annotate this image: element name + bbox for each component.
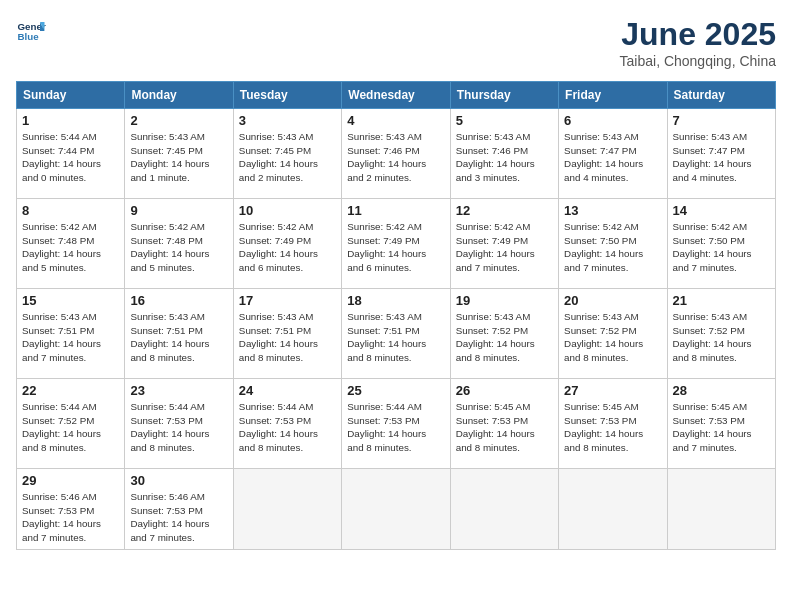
day-detail: Sunrise: 5:43 AMSunset: 7:47 PMDaylight:… [564, 130, 661, 185]
day-detail: Sunrise: 5:42 AMSunset: 7:49 PMDaylight:… [239, 220, 336, 275]
day-detail: Sunrise: 5:43 AMSunset: 7:46 PMDaylight:… [456, 130, 553, 185]
day-detail: Sunrise: 5:42 AMSunset: 7:48 PMDaylight:… [130, 220, 227, 275]
day-number: 23 [130, 383, 227, 398]
day-detail: Sunrise: 5:43 AMSunset: 7:51 PMDaylight:… [239, 310, 336, 365]
day-number: 20 [564, 293, 661, 308]
calendar-cell: 11Sunrise: 5:42 AMSunset: 7:49 PMDayligh… [342, 199, 450, 289]
day-detail: Sunrise: 5:43 AMSunset: 7:51 PMDaylight:… [22, 310, 119, 365]
day-detail: Sunrise: 5:44 AMSunset: 7:44 PMDaylight:… [22, 130, 119, 185]
day-detail: Sunrise: 5:46 AMSunset: 7:53 PMDaylight:… [130, 490, 227, 545]
day-number: 4 [347, 113, 444, 128]
day-number: 18 [347, 293, 444, 308]
calendar-week-row: 8Sunrise: 5:42 AMSunset: 7:48 PMDaylight… [17, 199, 776, 289]
calendar-cell: 18Sunrise: 5:43 AMSunset: 7:51 PMDayligh… [342, 289, 450, 379]
calendar-cell: 19Sunrise: 5:43 AMSunset: 7:52 PMDayligh… [450, 289, 558, 379]
svg-text:Blue: Blue [18, 31, 40, 42]
calendar-cell: 6Sunrise: 5:43 AMSunset: 7:47 PMDaylight… [559, 109, 667, 199]
day-header-saturday: Saturday [667, 82, 775, 109]
page-header: General Blue June 2025 Taibai, Chongqing… [16, 16, 776, 69]
day-detail: Sunrise: 5:43 AMSunset: 7:45 PMDaylight:… [239, 130, 336, 185]
day-detail: Sunrise: 5:42 AMSunset: 7:49 PMDaylight:… [347, 220, 444, 275]
day-number: 26 [456, 383, 553, 398]
calendar-cell: 4Sunrise: 5:43 AMSunset: 7:46 PMDaylight… [342, 109, 450, 199]
month-title: June 2025 [620, 16, 776, 53]
day-detail: Sunrise: 5:43 AMSunset: 7:52 PMDaylight:… [456, 310, 553, 365]
day-number: 25 [347, 383, 444, 398]
calendar-cell: 5Sunrise: 5:43 AMSunset: 7:46 PMDaylight… [450, 109, 558, 199]
day-number: 15 [22, 293, 119, 308]
calendar-cell: 21Sunrise: 5:43 AMSunset: 7:52 PMDayligh… [667, 289, 775, 379]
day-detail: Sunrise: 5:43 AMSunset: 7:51 PMDaylight:… [130, 310, 227, 365]
calendar-cell: 12Sunrise: 5:42 AMSunset: 7:49 PMDayligh… [450, 199, 558, 289]
day-detail: Sunrise: 5:44 AMSunset: 7:53 PMDaylight:… [130, 400, 227, 455]
day-detail: Sunrise: 5:42 AMSunset: 7:49 PMDaylight:… [456, 220, 553, 275]
day-header-monday: Monday [125, 82, 233, 109]
calendar-header-row: SundayMondayTuesdayWednesdayThursdayFrid… [17, 82, 776, 109]
calendar-cell: 29Sunrise: 5:46 AMSunset: 7:53 PMDayligh… [17, 469, 125, 550]
day-number: 7 [673, 113, 770, 128]
calendar-cell: 25Sunrise: 5:44 AMSunset: 7:53 PMDayligh… [342, 379, 450, 469]
day-header-sunday: Sunday [17, 82, 125, 109]
day-detail: Sunrise: 5:46 AMSunset: 7:53 PMDaylight:… [22, 490, 119, 545]
calendar-week-row: 1Sunrise: 5:44 AMSunset: 7:44 PMDaylight… [17, 109, 776, 199]
day-detail: Sunrise: 5:43 AMSunset: 7:52 PMDaylight:… [673, 310, 770, 365]
day-detail: Sunrise: 5:43 AMSunset: 7:51 PMDaylight:… [347, 310, 444, 365]
day-detail: Sunrise: 5:43 AMSunset: 7:47 PMDaylight:… [673, 130, 770, 185]
calendar-cell: 26Sunrise: 5:45 AMSunset: 7:53 PMDayligh… [450, 379, 558, 469]
day-detail: Sunrise: 5:44 AMSunset: 7:52 PMDaylight:… [22, 400, 119, 455]
day-detail: Sunrise: 5:44 AMSunset: 7:53 PMDaylight:… [347, 400, 444, 455]
calendar-cell: 2Sunrise: 5:43 AMSunset: 7:45 PMDaylight… [125, 109, 233, 199]
calendar-cell: 22Sunrise: 5:44 AMSunset: 7:52 PMDayligh… [17, 379, 125, 469]
day-detail: Sunrise: 5:44 AMSunset: 7:53 PMDaylight:… [239, 400, 336, 455]
calendar-cell: 16Sunrise: 5:43 AMSunset: 7:51 PMDayligh… [125, 289, 233, 379]
calendar-cell: 9Sunrise: 5:42 AMSunset: 7:48 PMDaylight… [125, 199, 233, 289]
day-number: 16 [130, 293, 227, 308]
calendar-cell: 13Sunrise: 5:42 AMSunset: 7:50 PMDayligh… [559, 199, 667, 289]
calendar-table: SundayMondayTuesdayWednesdayThursdayFrid… [16, 81, 776, 550]
day-number: 12 [456, 203, 553, 218]
logo: General Blue [16, 16, 46, 46]
calendar-cell [667, 469, 775, 550]
day-header-thursday: Thursday [450, 82, 558, 109]
day-number: 14 [673, 203, 770, 218]
calendar-cell: 17Sunrise: 5:43 AMSunset: 7:51 PMDayligh… [233, 289, 341, 379]
day-number: 6 [564, 113, 661, 128]
day-header-friday: Friday [559, 82, 667, 109]
day-number: 30 [130, 473, 227, 488]
day-number: 10 [239, 203, 336, 218]
calendar-cell: 27Sunrise: 5:45 AMSunset: 7:53 PMDayligh… [559, 379, 667, 469]
day-detail: Sunrise: 5:42 AMSunset: 7:50 PMDaylight:… [673, 220, 770, 275]
calendar-cell: 10Sunrise: 5:42 AMSunset: 7:49 PMDayligh… [233, 199, 341, 289]
calendar-cell: 14Sunrise: 5:42 AMSunset: 7:50 PMDayligh… [667, 199, 775, 289]
day-detail: Sunrise: 5:45 AMSunset: 7:53 PMDaylight:… [564, 400, 661, 455]
day-number: 28 [673, 383, 770, 398]
calendar-cell: 8Sunrise: 5:42 AMSunset: 7:48 PMDaylight… [17, 199, 125, 289]
day-detail: Sunrise: 5:43 AMSunset: 7:45 PMDaylight:… [130, 130, 227, 185]
day-detail: Sunrise: 5:42 AMSunset: 7:48 PMDaylight:… [22, 220, 119, 275]
day-detail: Sunrise: 5:45 AMSunset: 7:53 PMDaylight:… [673, 400, 770, 455]
calendar-cell [559, 469, 667, 550]
day-number: 21 [673, 293, 770, 308]
calendar-cell: 3Sunrise: 5:43 AMSunset: 7:45 PMDaylight… [233, 109, 341, 199]
day-header-tuesday: Tuesday [233, 82, 341, 109]
calendar-cell: 7Sunrise: 5:43 AMSunset: 7:47 PMDaylight… [667, 109, 775, 199]
location-title: Taibai, Chongqing, China [620, 53, 776, 69]
day-number: 22 [22, 383, 119, 398]
day-number: 27 [564, 383, 661, 398]
calendar-cell: 24Sunrise: 5:44 AMSunset: 7:53 PMDayligh… [233, 379, 341, 469]
day-detail: Sunrise: 5:43 AMSunset: 7:46 PMDaylight:… [347, 130, 444, 185]
day-number: 11 [347, 203, 444, 218]
day-number: 5 [456, 113, 553, 128]
calendar-cell: 20Sunrise: 5:43 AMSunset: 7:52 PMDayligh… [559, 289, 667, 379]
day-detail: Sunrise: 5:45 AMSunset: 7:53 PMDaylight:… [456, 400, 553, 455]
calendar-cell: 23Sunrise: 5:44 AMSunset: 7:53 PMDayligh… [125, 379, 233, 469]
title-area: June 2025 Taibai, Chongqing, China [620, 16, 776, 69]
day-header-wednesday: Wednesday [342, 82, 450, 109]
calendar-cell: 15Sunrise: 5:43 AMSunset: 7:51 PMDayligh… [17, 289, 125, 379]
day-number: 29 [22, 473, 119, 488]
day-number: 2 [130, 113, 227, 128]
day-number: 3 [239, 113, 336, 128]
day-number: 8 [22, 203, 119, 218]
day-detail: Sunrise: 5:43 AMSunset: 7:52 PMDaylight:… [564, 310, 661, 365]
calendar-cell: 30Sunrise: 5:46 AMSunset: 7:53 PMDayligh… [125, 469, 233, 550]
